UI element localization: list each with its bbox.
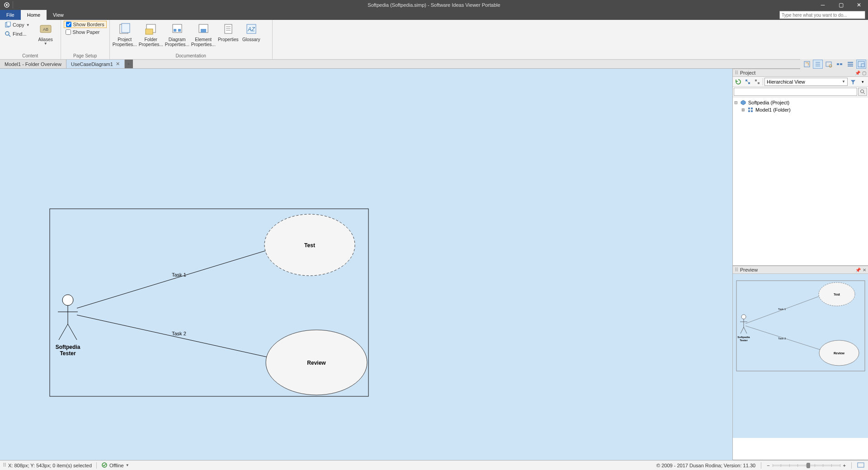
properties-button[interactable]: Properties (217, 21, 239, 43)
assoc1-label: Task 1 (172, 272, 186, 277)
tree-child-label: Model1 (Folder) (755, 107, 791, 113)
maximize-button[interactable]: ▢ (832, 0, 850, 10)
association-task1[interactable] (77, 250, 267, 308)
new-tab-button[interactable]: ＋ (125, 60, 133, 68)
folder-properties-icon (144, 22, 158, 36)
project-search-button[interactable] (858, 88, 867, 96)
tool-icon-5[interactable] (845, 60, 855, 69)
tree-child[interactable]: ⊞ Model1 (Folder) (734, 106, 867, 113)
project-toolbar: Hierarchical View ▼ ▾ (733, 77, 868, 87)
copy-button[interactable]: Copy ▼ (3, 21, 32, 29)
expand-icon[interactable] (744, 78, 752, 86)
association-task2[interactable] (77, 315, 271, 358)
panel-close-icon[interactable]: ✕ (863, 268, 866, 273)
tree-root[interactable]: ⊟ Softpedia (Project) (734, 99, 867, 106)
status-offline: Offline (109, 463, 124, 468)
pin-icon[interactable]: 📌 (855, 70, 860, 75)
svg-rect-3 (7, 22, 10, 26)
menu-home[interactable]: Home (21, 10, 47, 20)
svg-rect-45 (748, 108, 750, 109)
more-icon[interactable]: ▾ (859, 78, 867, 86)
actor-softpedia-tester[interactable] (58, 295, 78, 340)
svg-line-61 (741, 327, 744, 334)
project-panel: ⠿ Project 📌 ▢ Hierarchical View ▼ ▾ (733, 69, 868, 266)
copy-icon (5, 22, 11, 28)
main-area: Task 1 Task 2 Test Review SoftpediaTeste… (0, 69, 868, 460)
svg-rect-38 (745, 80, 747, 81)
refresh-icon[interactable] (734, 78, 742, 86)
project-search-input[interactable] (734, 88, 857, 96)
filter-icon[interactable] (849, 78, 857, 86)
svg-line-37 (68, 324, 77, 340)
preview-canvas[interactable]: Task 1 Task 2 Test Review SoftpediaTeste… (733, 274, 868, 438)
svg-line-5 (9, 35, 10, 37)
preview-panel-header[interactable]: ⠿ Preview 📌 ✕ (733, 266, 868, 274)
tab-usecase-diagram[interactable]: UseCaseDiagram1 ✕ (66, 60, 125, 68)
diagram-canvas[interactable]: Task 1 Task 2 Test Review SoftpediaTeste… (0, 69, 732, 460)
tool-icon-1[interactable] (802, 60, 812, 69)
right-tool-icons (800, 59, 868, 69)
show-borders-input[interactable] (66, 22, 71, 27)
folder-properties-button[interactable]: Folder Properties... (139, 21, 163, 48)
dropdown-icon: ▼ (842, 80, 845, 84)
view-mode-combo[interactable]: Hierarchical View ▼ (764, 78, 848, 86)
diagram-properties-button[interactable]: Diagram Properties... (165, 21, 189, 48)
status-coords: X: 808px; Y: 543px; 0 item(s) selected (8, 463, 92, 468)
zoom-thumb[interactable] (807, 463, 810, 468)
diagram-properties-icon (170, 22, 184, 36)
preview-panel: ⠿ Preview 📌 ✕ Task 1 Task 2 Test Review (733, 266, 868, 460)
collapse-icon[interactable] (753, 78, 761, 86)
actor-label: SoftpediaTester (56, 344, 80, 357)
find-icon (5, 31, 11, 37)
tool-icon-6[interactable] (856, 60, 866, 69)
diagram-properties-label: Diagram Properties... (165, 37, 189, 47)
element-properties-button[interactable]: Element Properties... (191, 21, 216, 48)
svg-point-33 (62, 295, 73, 306)
find-label: Find... (13, 31, 27, 37)
zoom-fit-icon[interactable] (857, 462, 864, 469)
show-paper-label: Show Paper (73, 29, 100, 35)
tab-model-overview[interactable]: Model1 - Folder Overview (0, 60, 66, 68)
menu-view[interactable]: View (47, 10, 70, 20)
tree-toggle-icon[interactable]: ⊟ (734, 100, 738, 105)
tree-toggle-icon[interactable]: ⊞ (741, 108, 745, 112)
tool-icon-3[interactable] (824, 60, 834, 69)
minimize-button[interactable]: ─ (814, 0, 832, 10)
panel-maximize-icon[interactable]: ▢ (862, 70, 866, 75)
statusbar: ⠿ X: 808px; Y: 543px; 0 item(s) selected… (0, 460, 868, 470)
aliases-button[interactable]: AB Aliases ▼ (33, 21, 58, 47)
copy-label: Copy (13, 22, 24, 28)
project-properties-button[interactable]: Project Properties... (113, 21, 137, 48)
sync-icon[interactable] (101, 462, 108, 469)
zoom-slider[interactable] (773, 465, 840, 466)
tool-icon-2[interactable] (813, 60, 823, 69)
show-paper-input[interactable] (66, 29, 71, 35)
show-paper-checkbox[interactable]: Show Paper (64, 29, 107, 35)
project-properties-icon (118, 22, 132, 36)
dropdown-icon[interactable]: ▼ (126, 463, 129, 467)
find-button[interactable]: Find... (3, 30, 32, 38)
zoom-in-icon[interactable]: + (843, 463, 846, 468)
svg-line-40 (747, 81, 748, 82)
tab-label: Model1 - Folder Overview (5, 61, 61, 67)
ribbon-search-input[interactable] (779, 11, 865, 19)
pin-icon[interactable]: 📌 (855, 268, 861, 273)
close-button[interactable]: ✕ (850, 0, 868, 10)
project-tree[interactable]: ⊟ Softpedia (Project) ⊞ Model1 (Folder) (733, 97, 868, 265)
svg-line-62 (744, 327, 747, 334)
tab-close-icon[interactable]: ✕ (116, 61, 120, 67)
svg-rect-39 (748, 82, 750, 84)
menu-file[interactable]: File (0, 10, 21, 20)
show-borders-checkbox[interactable]: Show Borders (64, 21, 107, 28)
tool-icon-4[interactable] (835, 60, 844, 69)
preview-title: Preview (740, 267, 758, 273)
svg-rect-16 (201, 29, 206, 33)
project-panel-header[interactable]: ⠿ Project 📌 ▢ (733, 69, 868, 77)
app-icon (3, 1, 11, 9)
glossary-label: Glossary (242, 37, 260, 42)
svg-rect-9 (122, 24, 130, 33)
zoom-out-icon[interactable]: − (767, 463, 769, 468)
glossary-button[interactable]: AZ Glossary (241, 21, 262, 43)
project-properties-label: Project Properties... (113, 37, 137, 47)
svg-rect-14 (178, 29, 181, 32)
